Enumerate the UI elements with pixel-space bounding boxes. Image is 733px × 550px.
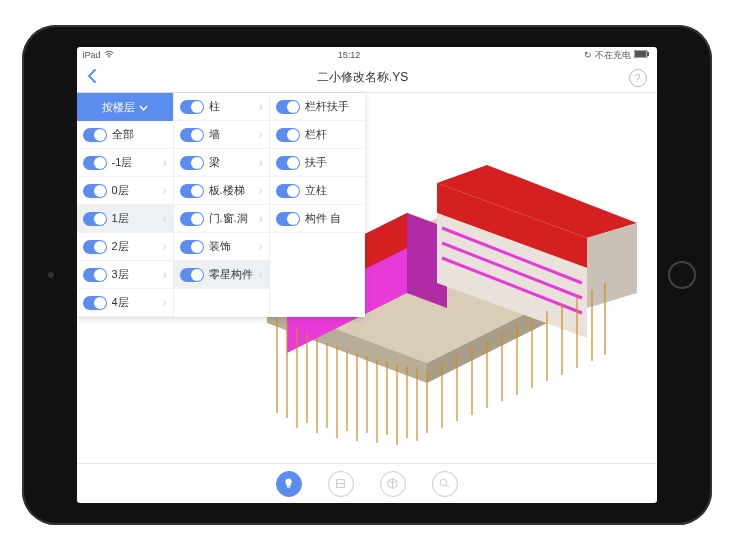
chevron-right-icon: › bbox=[259, 101, 262, 112]
svg-marker-12 bbox=[587, 223, 637, 308]
wifi-icon bbox=[104, 50, 114, 60]
filter-row[interactable]: 全部 bbox=[77, 121, 173, 149]
toggle-switch[interactable] bbox=[276, 212, 300, 226]
toggle-switch[interactable] bbox=[83, 184, 107, 198]
filter-header[interactable]: 按楼层 bbox=[77, 93, 173, 121]
device-label: iPad bbox=[83, 50, 101, 60]
filter-row[interactable]: 2层› bbox=[77, 233, 173, 261]
svg-rect-2 bbox=[635, 51, 646, 57]
page-title: 二小修改名称.YS bbox=[317, 69, 408, 86]
filter-label: 3层 bbox=[112, 267, 159, 282]
floor-filter-panel: 按楼层 全部-1层›0层›1层›2层›3层›4层› 柱›墙›梁›板.楼梯›门.窗… bbox=[77, 93, 365, 317]
chevron-right-icon: › bbox=[163, 213, 166, 224]
toggle-switch[interactable] bbox=[180, 268, 204, 282]
svg-line-47 bbox=[446, 485, 449, 488]
camera-dot bbox=[48, 272, 54, 278]
filter-label: 2层 bbox=[112, 239, 159, 254]
toggle-switch[interactable] bbox=[83, 156, 107, 170]
toggle-switch[interactable] bbox=[83, 128, 107, 142]
filter-label: 全部 bbox=[112, 127, 167, 142]
tool-search[interactable] bbox=[432, 471, 458, 497]
chevron-down-icon bbox=[139, 101, 148, 113]
filter-label: 4层 bbox=[112, 295, 159, 310]
tool-bulb[interactable] bbox=[276, 471, 302, 497]
toggle-switch[interactable] bbox=[180, 100, 204, 114]
toggle-switch[interactable] bbox=[83, 212, 107, 226]
filter-row[interactable]: 柱› bbox=[174, 93, 269, 121]
filter-col-categories: 柱›墙›梁›板.楼梯›门.窗.洞›装饰›零星构件› bbox=[173, 93, 269, 317]
filter-label: 柱 bbox=[209, 99, 255, 114]
filter-col-floors: 按楼层 全部-1层›0层›1层›2层›3层›4层› bbox=[77, 93, 173, 317]
filter-label: 扶手 bbox=[305, 155, 359, 170]
toggle-switch[interactable] bbox=[180, 156, 204, 170]
chevron-right-icon: › bbox=[259, 241, 262, 252]
toggle-switch[interactable] bbox=[276, 100, 300, 114]
filter-label: 构件 自 bbox=[305, 211, 359, 226]
chevron-right-icon: › bbox=[163, 297, 166, 308]
chevron-right-icon: › bbox=[259, 213, 262, 224]
filter-label: 板.楼梯 bbox=[209, 183, 255, 198]
toggle-switch[interactable] bbox=[276, 156, 300, 170]
filter-label: 0层 bbox=[112, 183, 159, 198]
filter-label: 零星构件 bbox=[209, 267, 255, 282]
filter-label: 墙 bbox=[209, 127, 255, 142]
toggle-switch[interactable] bbox=[180, 184, 204, 198]
svg-rect-1 bbox=[647, 52, 649, 56]
filter-row[interactable]: 立柱 bbox=[270, 177, 365, 205]
status-bar: iPad 15:12 ↻ 不在充电 bbox=[77, 47, 657, 63]
chevron-right-icon: › bbox=[259, 185, 262, 196]
bottom-toolbar bbox=[77, 463, 657, 503]
filter-label: 装饰 bbox=[209, 239, 255, 254]
navbar: 二小修改名称.YS ? bbox=[77, 63, 657, 93]
filter-label: 栏杆 bbox=[305, 127, 359, 142]
filter-label: 门.窗.洞 bbox=[209, 211, 255, 226]
filter-row[interactable]: 装饰› bbox=[174, 233, 269, 261]
filter-row[interactable]: 零星构件› bbox=[174, 261, 269, 289]
filter-row[interactable]: 墙› bbox=[174, 121, 269, 149]
filter-row[interactable]: 1层› bbox=[77, 205, 173, 233]
toggle-switch[interactable] bbox=[83, 296, 107, 310]
filter-row[interactable]: 扶手 bbox=[270, 149, 365, 177]
filter-label: 栏杆扶手 bbox=[305, 99, 359, 114]
filter-label: 梁 bbox=[209, 155, 255, 170]
tool-cube[interactable] bbox=[380, 471, 406, 497]
chevron-right-icon: › bbox=[163, 157, 166, 168]
home-button[interactable] bbox=[668, 261, 696, 289]
filter-row[interactable]: 构件 自 bbox=[270, 205, 365, 233]
tool-section[interactable] bbox=[328, 471, 354, 497]
filter-row[interactable]: 栏杆 bbox=[270, 121, 365, 149]
chevron-right-icon: › bbox=[259, 157, 262, 168]
filter-row[interactable]: 0层› bbox=[77, 177, 173, 205]
filter-row[interactable]: 4层› bbox=[77, 289, 173, 317]
battery-icon bbox=[634, 50, 650, 60]
toggle-switch[interactable] bbox=[276, 128, 300, 142]
main-viewport[interactable]: 按楼层 全部-1层›0层›1层›2层›3层›4层› 柱›墙›梁›板.楼梯›门.窗… bbox=[77, 93, 657, 463]
filter-label: -1层 bbox=[112, 155, 159, 170]
filter-row[interactable]: 栏杆扶手 bbox=[270, 93, 365, 121]
help-button[interactable]: ? bbox=[629, 69, 647, 87]
toggle-switch[interactable] bbox=[83, 268, 107, 282]
status-time: 15:12 bbox=[338, 50, 361, 60]
filter-label: 1层 bbox=[112, 211, 159, 226]
chevron-right-icon: › bbox=[259, 269, 262, 280]
chevron-right-icon: › bbox=[163, 269, 166, 280]
filter-row[interactable]: 梁› bbox=[174, 149, 269, 177]
sync-icon: ↻ bbox=[584, 50, 592, 60]
toggle-switch[interactable] bbox=[180, 212, 204, 226]
ipad-frame: iPad 15:12 ↻ 不在充电 二小修改名称.YS ? bbox=[22, 25, 712, 525]
toggle-switch[interactable] bbox=[276, 184, 300, 198]
filter-row[interactable]: 3层› bbox=[77, 261, 173, 289]
filter-label: 立柱 bbox=[305, 183, 359, 198]
toggle-switch[interactable] bbox=[83, 240, 107, 254]
filter-row[interactable]: 门.窗.洞› bbox=[174, 205, 269, 233]
filter-row[interactable]: 板.楼梯› bbox=[174, 177, 269, 205]
chevron-right-icon: › bbox=[163, 185, 166, 196]
toggle-switch[interactable] bbox=[180, 240, 204, 254]
back-button[interactable] bbox=[87, 69, 97, 87]
svg-point-46 bbox=[440, 479, 447, 486]
battery-text: 不在充电 bbox=[595, 49, 631, 62]
toggle-switch[interactable] bbox=[180, 128, 204, 142]
chevron-right-icon: › bbox=[259, 129, 262, 140]
filter-col-subcategories: 栏杆扶手栏杆扶手立柱构件 自 bbox=[269, 93, 365, 317]
filter-row[interactable]: -1层› bbox=[77, 149, 173, 177]
